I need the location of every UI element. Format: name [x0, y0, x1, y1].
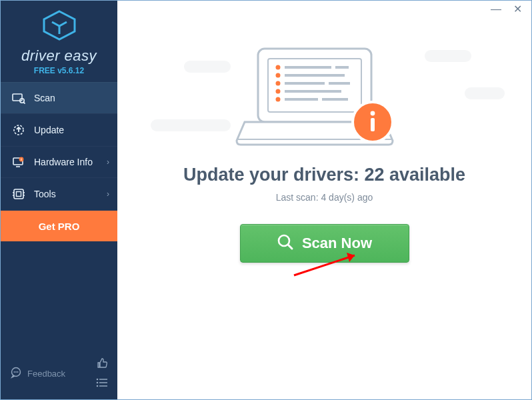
svg-point-37 — [275, 89, 280, 94]
svg-point-44 — [370, 111, 375, 116]
main-heading: Update your drivers: 22 available — [183, 165, 465, 185]
svg-rect-11 — [14, 189, 23, 199]
brand-subline: FREE v5.6.12 — [34, 66, 84, 75]
chevron-right-icon: › — [107, 157, 109, 167]
svg-line-47 — [288, 245, 292, 249]
chat-icon — [10, 367, 22, 381]
chevron-right-icon: › — [107, 189, 109, 199]
minimize-button[interactable]: — — [491, 5, 501, 19]
feedback-button[interactable]: Feedback — [10, 367, 65, 381]
sidebar-item-label: Hardware Info — [34, 157, 93, 167]
sidebar-item-label: Update — [34, 125, 64, 135]
thumbs-up-icon[interactable] — [96, 357, 108, 371]
svg-point-34 — [275, 81, 280, 86]
window-controls: — ✕ — [491, 1, 531, 19]
tools-icon — [11, 187, 26, 201]
svg-point-39 — [275, 97, 280, 102]
hardware-info-icon: i — [11, 156, 26, 168]
svg-point-19 — [15, 371, 17, 373]
list-icon[interactable] — [96, 378, 108, 390]
brand-block: driver easy FREE v5.6.12 — [1, 1, 117, 82]
scan-now-label: Scan Now — [302, 235, 372, 252]
sidebar-item-hardware-info[interactable]: i Hardware Info › — [1, 146, 117, 177]
sidebar-item-scan[interactable]: Scan — [1, 82, 117, 113]
get-pro-button[interactable]: Get PRO — [1, 211, 117, 241]
sidebar-item-label: Scan — [34, 93, 55, 103]
close-button[interactable]: ✕ — [513, 5, 522, 19]
feedback-label: Feedback — [27, 369, 65, 379]
svg-point-21 — [97, 379, 99, 381]
scan-icon — [11, 92, 26, 104]
sidebar-item-tools[interactable]: Tools › — [1, 177, 117, 210]
footer-icons — [96, 357, 108, 390]
svg-point-23 — [97, 382, 99, 384]
illustration — [218, 42, 431, 155]
magnifier-icon — [277, 233, 294, 253]
get-pro-label: Get PRO — [39, 221, 80, 232]
svg-rect-12 — [17, 192, 21, 197]
svg-point-29 — [275, 65, 280, 70]
app-window: — ✕ driver easy FREE v5.6.12 Scan — [0, 0, 532, 400]
sidebar-footer: Feedback — [1, 350, 117, 399]
svg-point-25 — [97, 385, 99, 387]
svg-point-20 — [17, 371, 19, 373]
sidebar-nav: Scan Update i Hardware Info › Tools — [1, 82, 117, 210]
svg-point-18 — [14, 371, 15, 373]
sidebar: driver easy FREE v5.6.12 Scan Update i — [1, 1, 117, 399]
svg-line-4 — [23, 102, 25, 103]
main-panel: Update your drivers: 22 available Last s… — [117, 1, 531, 399]
svg-point-32 — [275, 73, 280, 78]
brand-logo-icon — [41, 10, 77, 43]
sidebar-item-update[interactable]: Update — [1, 113, 117, 146]
update-icon — [11, 123, 26, 137]
svg-rect-45 — [371, 118, 375, 131]
brand-name: driver easy — [21, 47, 97, 65]
sidebar-item-label: Tools — [34, 189, 56, 199]
scan-now-button[interactable]: Scan Now — [240, 224, 409, 263]
last-scan-text: Last scan: 4 day(s) ago — [276, 192, 373, 203]
